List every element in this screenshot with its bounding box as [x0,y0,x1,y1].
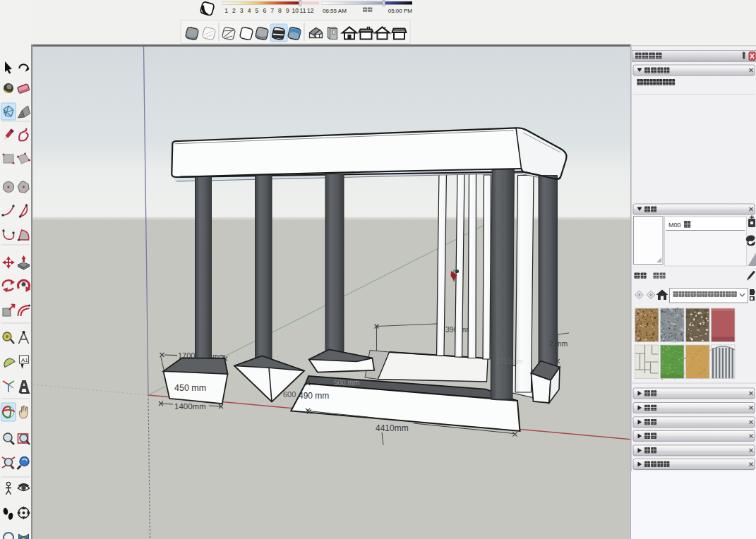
svg-text:4: 4 [248,7,251,14]
svg-text:500 mm: 500 mm [334,379,359,387]
svg-text:1: 1 [224,7,228,14]
svg-text:600: 600 [283,390,296,399]
svg-text:11: 11 [300,7,306,14]
svg-text:1400mm: 1400mm [174,402,206,411]
svg-text:3: 3 [240,7,244,14]
svg-text:8: 8 [278,7,282,14]
svg-text:05:00 PM: 05:00 PM [388,8,413,14]
svg-text:7: 7 [270,7,274,14]
svg-text:450 mm: 450 mm [174,383,206,393]
svg-text:A1: A1 [21,357,28,363]
svg-text:2: 2 [232,7,236,14]
svg-text:2 mm: 2 mm [549,339,568,348]
svg-text:12: 12 [307,7,314,14]
svg-text:06:55 AM: 06:55 AM [323,8,347,14]
svg-text:490 mm: 490 mm [299,391,329,401]
svg-text:1715mm: 1715mm [496,358,523,365]
svg-text:6: 6 [263,7,266,14]
svg-text:5: 5 [256,7,259,14]
svg-text:9: 9 [286,7,289,14]
svg-text:4410mm: 4410mm [376,423,409,433]
svg-text:M00: M00 [668,222,681,229]
svg-text:10: 10 [292,7,299,14]
